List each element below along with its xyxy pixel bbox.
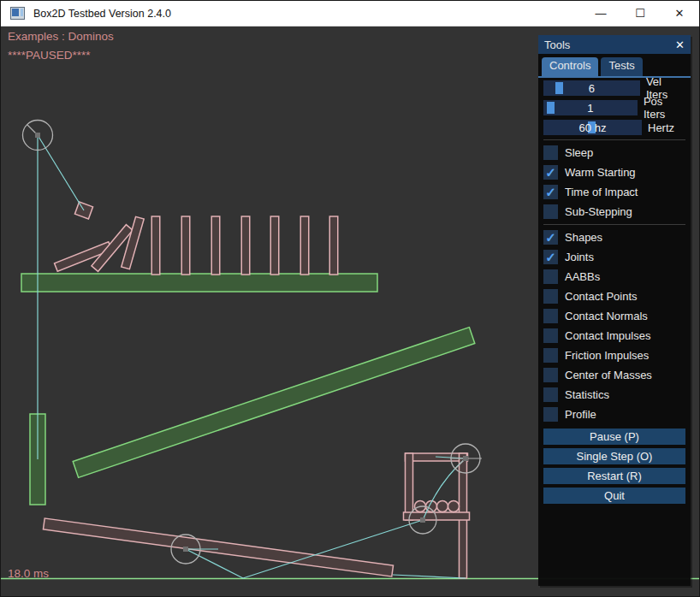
checkbox-label: Contact Normals xyxy=(565,310,648,322)
domino-upright-7 xyxy=(329,216,338,275)
checkbox-row-statistics[interactable]: Statistics xyxy=(543,387,685,402)
domino-fallen-3 xyxy=(122,216,144,269)
slider-row: 60 hzHertz xyxy=(543,120,685,135)
checkbox-row-shapes[interactable]: ✓Shapes xyxy=(543,230,685,245)
checkbox-group-draw: ✓Shapes✓JointsAABBsContact PointsContact… xyxy=(543,230,685,422)
checkbox[interactable] xyxy=(543,269,558,284)
slider-label: Pos Iters xyxy=(644,95,685,121)
slider-row: 1Pos Iters xyxy=(543,100,685,115)
checkbox[interactable]: ✓ xyxy=(543,230,558,245)
body-center-4 xyxy=(420,517,425,523)
seesaw-plank xyxy=(43,518,393,576)
app-icon xyxy=(10,7,25,20)
checkbox[interactable] xyxy=(543,145,558,160)
paused-label: ****PAUSED**** xyxy=(8,49,91,62)
checkbox-group-sim: Sleep✓Warm Starting✓Time of ImpactSub-St… xyxy=(543,145,685,219)
ball-3 xyxy=(437,501,448,512)
checkbox-row-contact-normals[interactable]: Contact Normals xyxy=(543,309,685,323)
window-controls: — ☐ ✕ xyxy=(581,1,699,26)
checkbox-row-friction-impulses[interactable]: Friction Impulses xyxy=(543,348,685,363)
domino-upright-5 xyxy=(270,216,279,275)
app-window: Box2D Testbed Version 2.4.0 — ☐ ✕ Exampl… xyxy=(0,0,700,597)
tools-panel: Tools ✕ ControlsTests 6Vel Iters1Pos Ite… xyxy=(538,35,691,586)
checkbox-row-contact-impulses[interactable]: Contact Impulses xyxy=(543,328,685,343)
checkbox[interactable] xyxy=(543,328,558,343)
domino-upright-3 xyxy=(211,216,220,275)
domino-upright-6 xyxy=(300,216,309,275)
title-bar: Box2D Testbed Version 2.4.0 — ☐ ✕ xyxy=(1,1,699,27)
checkbox[interactable] xyxy=(543,407,558,422)
domino-upright-2 xyxy=(181,216,190,275)
checkbox-row-center-of-masses[interactable]: Center of Masses xyxy=(543,368,685,382)
tab-tests[interactable]: Tests xyxy=(601,57,642,76)
panel-title: Tools xyxy=(544,38,675,51)
checkbox-row-joints[interactable]: ✓Joints xyxy=(543,250,685,264)
checkbox-label: Center of Masses xyxy=(565,369,652,381)
slider-track[interactable]: 60 hz xyxy=(543,120,642,135)
checkbox[interactable] xyxy=(543,289,558,304)
window-title: Box2D Testbed Version 2.4.0 xyxy=(33,8,171,20)
checkbox-label: Joints xyxy=(565,251,594,263)
body-center-2 xyxy=(183,547,188,552)
tab-bar: ControlsTests xyxy=(538,54,691,76)
minimize-button[interactable]: — xyxy=(581,1,620,26)
checkbox-row-time-of-impact[interactable]: ✓Time of Impact xyxy=(543,185,685,199)
checkbox[interactable]: ✓ xyxy=(543,165,558,180)
checkbox-row-aabbs[interactable]: AABBs xyxy=(543,269,685,284)
tab-controls[interactable]: Controls xyxy=(542,57,598,76)
restart-r-button[interactable]: Restart (R) xyxy=(543,468,685,484)
checkbox-label: Shapes xyxy=(565,231,602,244)
quit-button[interactable]: Quit xyxy=(543,488,685,504)
ball-4 xyxy=(448,501,460,512)
tools-panel-header[interactable]: Tools ✕ xyxy=(538,35,691,54)
checkbox-label: Profile xyxy=(565,408,596,421)
slider-group: 6Vel Iters1Pos Iters60 hzHertz xyxy=(543,80,685,135)
checkbox-label: Sleep xyxy=(565,146,593,159)
separator xyxy=(543,224,685,225)
domino-upright-4 xyxy=(241,216,250,275)
slider-row: 6Vel Iters xyxy=(543,80,685,96)
checkbox[interactable] xyxy=(543,387,558,402)
joint-line-bob xyxy=(38,135,84,210)
single-step-o-button[interactable]: Single Step (O) xyxy=(543,448,685,464)
checkbox[interactable] xyxy=(543,368,558,382)
checkbox-row-sleep[interactable]: Sleep xyxy=(543,145,685,160)
body-center-1 xyxy=(35,133,40,138)
frame-left-post xyxy=(406,453,413,520)
checkbox-label: Time of Impact xyxy=(565,186,638,198)
checkbox-label: Contact Points xyxy=(565,290,638,303)
maximize-button[interactable]: ☐ xyxy=(620,1,660,26)
separator xyxy=(543,139,685,140)
slider-value: 1 xyxy=(543,100,638,115)
checkbox-label: Statistics xyxy=(565,388,609,401)
slider-value: 6 xyxy=(543,80,640,96)
checkbox-label: Warm Starting xyxy=(565,166,636,179)
slider-value: 60 hz xyxy=(543,120,642,135)
example-label: Examples : Dominos xyxy=(8,30,114,43)
platform xyxy=(21,274,377,292)
slider-track[interactable]: 1 xyxy=(543,100,638,115)
checkbox-row-contact-points[interactable]: Contact Points xyxy=(543,289,685,304)
checkbox-row-sub-stepping[interactable]: Sub-Stepping xyxy=(543,204,685,219)
joint-line-ground xyxy=(393,575,466,578)
frame-time-label: 18.0 ms xyxy=(8,567,49,580)
pause-p-button[interactable]: Pause (P) xyxy=(543,429,685,445)
checkbox-label: Sub-Stepping xyxy=(565,205,632,218)
checkbox-row-profile[interactable]: Profile xyxy=(543,407,685,422)
checkbox[interactable] xyxy=(543,348,558,363)
checkbox-label: AABBs xyxy=(565,270,600,283)
panel-content: 6Vel Iters1Pos Iters60 hzHertz Sleep✓War… xyxy=(538,78,691,504)
checkbox[interactable] xyxy=(543,204,558,219)
panel-close-icon[interactable]: ✕ xyxy=(675,38,685,51)
close-button[interactable]: ✕ xyxy=(660,1,699,26)
checkbox-label: Contact Impulses xyxy=(565,329,650,342)
button-group: Pause (P)Single Step (O)Restart (R)Quit xyxy=(543,429,685,504)
checkbox-row-warm-starting[interactable]: ✓Warm Starting xyxy=(543,165,685,180)
checkbox-label: Friction Impulses xyxy=(565,349,649,362)
checkbox[interactable] xyxy=(543,309,558,323)
slider-track[interactable]: 6 xyxy=(543,80,640,96)
checkbox[interactable]: ✓ xyxy=(543,250,558,264)
domino-upright-1 xyxy=(151,216,160,275)
slider-label: Hertz xyxy=(648,121,674,134)
checkbox[interactable]: ✓ xyxy=(543,185,558,199)
